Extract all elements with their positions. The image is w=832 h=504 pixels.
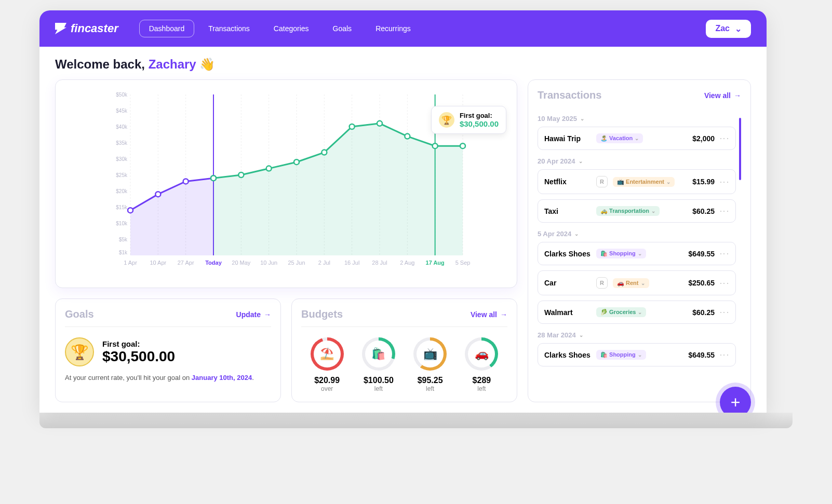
goal-popup-title: First goal: — [460, 112, 499, 119]
more-icon[interactable]: ⋮ — [720, 308, 729, 317]
svg-text:$5k: $5k — [119, 237, 128, 242]
transaction-row[interactable]: Clarks Shoes 🛍️ Shopping ⌄ $649.55 ⋮ — [538, 343, 736, 366]
svg-text:2 Aug: 2 Aug — [400, 260, 414, 266]
goals-card: Goals Update → 🏆 First goal: $30,500.00 … — [55, 298, 281, 402]
transactions-viewall-button[interactable]: View all → — [704, 91, 741, 100]
budget-item[interactable]: 🚗 $289 left — [465, 337, 498, 392]
transaction-row[interactable]: Hawai Trip 🏝️ Vacation ⌄ $2,000 ⋮ — [538, 127, 736, 150]
category-tag[interactable]: 📺 Entertainment ⌄ — [613, 177, 675, 187]
goals-title: Goals — [65, 308, 94, 320]
nav-categories[interactable]: Categories — [264, 20, 319, 37]
svg-point-47 — [321, 150, 327, 155]
svg-point-48 — [350, 124, 355, 129]
transactions-card: Transactions View all → 10 May 2025 ⌄Haw… — [528, 79, 751, 402]
scrollbar-thumb[interactable] — [739, 118, 741, 180]
transaction-amount: $649.55 — [688, 351, 715, 359]
budget-item[interactable]: ⛱️ $20.99 over — [311, 337, 344, 392]
transaction-date-header[interactable]: 5 Apr 2024 ⌄ — [538, 230, 736, 238]
budget-amount: $20.99 — [311, 376, 344, 385]
transaction-row[interactable]: Netflix R 📺 Entertainment ⌄ $15.99 ⋮ — [538, 169, 736, 194]
svg-point-52 — [460, 143, 465, 148]
transaction-name: Clarks Shoes — [544, 250, 591, 258]
svg-text:1 Apr: 1 Apr — [124, 260, 137, 266]
transaction-name: Car — [544, 279, 591, 287]
transaction-row[interactable]: Walmart 🥬 Groceries ⌄ $60.25 ⋮ — [538, 301, 736, 324]
svg-point-46 — [294, 159, 299, 165]
welcome-prefix: Welcome back, — [55, 57, 149, 71]
svg-text:27 Apr: 27 Apr — [178, 260, 194, 266]
svg-point-51 — [433, 143, 438, 148]
more-icon[interactable]: ⋮ — [720, 249, 729, 258]
transaction-date-header[interactable]: 28 Mar 2024 ⌄ — [538, 331, 736, 339]
transaction-row[interactable]: Car R 🚗 Rent ⌄ $250.65 ⋮ — [538, 270, 736, 295]
goal-note-date: January 10th, 2024 — [192, 374, 252, 382]
svg-text:20 May: 20 May — [232, 260, 251, 266]
chevron-down-icon: ⌄ — [579, 332, 583, 338]
goal-label: First goal: — [102, 339, 175, 348]
arrow-right-icon: → — [264, 310, 271, 319]
budget-item[interactable]: 🛍️ $100.50 left — [362, 337, 395, 392]
nav-dashboard[interactable]: Dashboard — [139, 20, 195, 37]
transactions-title: Transactions — [538, 89, 601, 101]
recurring-badge: R — [596, 277, 608, 289]
category-tag[interactable]: 🏝️ Vacation ⌄ — [596, 133, 643, 143]
budget-status: over — [311, 385, 344, 392]
category-tag[interactable]: 🚕 Transportation ⌄ — [596, 206, 660, 216]
nav-recurrings[interactable]: Recurrings — [366, 20, 421, 37]
chevron-down-icon: ⌄ — [638, 309, 642, 315]
transaction-date-header[interactable]: 10 May 2025 ⌄ — [538, 115, 736, 122]
budget-emoji-icon: 🚗 — [468, 340, 495, 367]
transaction-name: Clarks Shoes — [544, 351, 591, 359]
category-tag[interactable]: 🥬 Groceries ⌄ — [596, 307, 646, 317]
nav-goals[interactable]: Goals — [323, 20, 362, 37]
transaction-amount: $250.65 — [688, 279, 715, 287]
arrow-right-icon: → — [500, 310, 507, 319]
budget-amount: $289 — [465, 376, 498, 385]
forecast-chart-card: $1k$5k$10k$15k$20k$25k$30k$35k$40k$45k$5… — [55, 79, 517, 288]
goals-update-button[interactable]: Update → — [236, 310, 271, 319]
svg-text:2 Jul: 2 Jul — [318, 260, 330, 266]
more-icon[interactable]: ⋮ — [720, 207, 729, 215]
brand-text: fincaster — [71, 22, 118, 35]
more-icon[interactable]: ⋮ — [720, 134, 729, 143]
transaction-row[interactable]: Clarks Shoes 🛍️ Shopping ⌄ $649.55 ⋮ — [538, 242, 736, 265]
more-icon[interactable]: ⋮ — [720, 178, 729, 186]
user-menu-button[interactable]: Zac ⌄ — [706, 20, 751, 38]
transaction-amount: $2,000 — [692, 134, 715, 143]
chevron-down-icon: ⌄ — [641, 280, 645, 286]
main-nav: DashboardTransactionsCategoriesGoalsRecu… — [139, 20, 421, 37]
svg-text:$20k: $20k — [116, 188, 128, 194]
svg-point-40 — [155, 192, 160, 197]
more-icon[interactable]: ⋮ — [720, 279, 729, 288]
topbar: fincaster DashboardTransactionsCategorie… — [39, 10, 767, 47]
transaction-date-header[interactable]: 20 Apr 2024 ⌄ — [538, 157, 736, 165]
nav-transactions[interactable]: Transactions — [198, 20, 260, 37]
transaction-row[interactable]: Taxi 🚕 Transportation ⌄ $60.25 ⋮ — [538, 199, 736, 223]
chevron-down-icon: ⌄ — [579, 158, 583, 164]
budget-item[interactable]: 📺 $95.25 left — [413, 337, 447, 392]
transaction-amount: $649.55 — [688, 250, 715, 258]
budgets-viewall-button[interactable]: View all → — [471, 310, 507, 319]
category-tag[interactable]: 🚗 Rent ⌄ — [613, 278, 649, 288]
transaction-amount: $60.25 — [692, 308, 715, 317]
svg-text:Today: Today — [205, 260, 222, 266]
budget-status: left — [465, 385, 498, 392]
wave-icon: 👋 — [199, 57, 215, 71]
chevron-down-icon: ⌄ — [574, 231, 579, 237]
goals-action-label: Update — [236, 310, 261, 319]
budgets-title: Budgets — [301, 308, 343, 320]
budgets-action-label: View all — [471, 310, 497, 319]
budget-status: left — [362, 385, 395, 392]
category-tag[interactable]: 🛍️ Shopping ⌄ — [596, 350, 646, 360]
svg-text:25 Jun: 25 Jun — [288, 260, 305, 266]
trophy-icon: 🏆 — [439, 112, 454, 128]
goal-note: At your current rate, you'll hit your go… — [65, 374, 271, 382]
category-tag[interactable]: 🛍️ Shopping ⌄ — [596, 249, 646, 258]
svg-text:16 Jul: 16 Jul — [344, 260, 359, 266]
welcome-heading: Welcome back, Zachary 👋 — [55, 57, 751, 72]
logo[interactable]: fincaster — [55, 22, 118, 35]
budgets-card: Budgets View all → ⛱️ $20.99 over🛍️ $100… — [291, 298, 517, 402]
chevron-down-icon: ⌄ — [666, 179, 670, 185]
transaction-name: Hawai Trip — [544, 134, 591, 143]
more-icon[interactable]: ⋮ — [720, 350, 729, 359]
